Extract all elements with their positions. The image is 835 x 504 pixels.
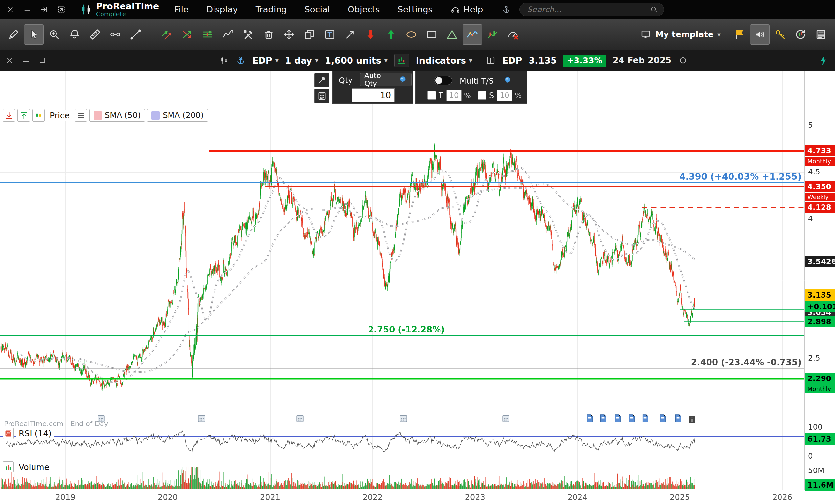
auto-qty-toggle[interactable]: Auto Qty bbox=[360, 73, 412, 86]
level-label-4390[interactable]: 4.390 (+40.03% +1.255) bbox=[679, 172, 801, 182]
volume-label[interactable]: Volume bbox=[16, 462, 52, 472]
trend-arrows-tool[interactable] bbox=[177, 24, 197, 45]
ruler-tool[interactable] bbox=[85, 24, 105, 45]
template-selector[interactable]: My template ▾ bbox=[640, 29, 721, 40]
stop-value-input[interactable]: 10 bbox=[497, 90, 512, 101]
anchor-icon[interactable] bbox=[502, 5, 511, 14]
popout-app-icon[interactable] bbox=[40, 5, 48, 14]
multi-ts-switch[interactable] bbox=[434, 76, 452, 85]
select-tool[interactable] bbox=[24, 24, 44, 45]
target-checkbox[interactable] bbox=[427, 91, 436, 100]
chart-style-icon[interactable] bbox=[220, 56, 229, 65]
search-box[interactable]: Search... bbox=[519, 3, 664, 16]
calendar-marker-icon[interactable] bbox=[399, 413, 408, 423]
doc-marker-icon[interactable] bbox=[613, 413, 623, 423]
zigzag-tool[interactable] bbox=[218, 24, 238, 45]
menu-objects[interactable]: Objects bbox=[348, 5, 380, 15]
price-axis-box[interactable]: +0.101 bbox=[805, 301, 835, 312]
record-circle-icon[interactable] bbox=[678, 56, 688, 65]
layout-app-icon[interactable] bbox=[57, 5, 66, 14]
link-anchor-icon[interactable] bbox=[236, 56, 246, 65]
menu-help[interactable]: Help bbox=[450, 5, 483, 15]
gauge-tool[interactable] bbox=[503, 24, 523, 45]
doc-marker-icon[interactable] bbox=[627, 413, 637, 423]
menu-trading[interactable]: Trading bbox=[256, 5, 287, 15]
rsi-label[interactable]: RSI (14) bbox=[16, 428, 54, 439]
order-calculator-button[interactable] bbox=[314, 89, 329, 103]
info-marker-icon[interactable] bbox=[687, 415, 697, 424]
move-tool[interactable] bbox=[279, 24, 299, 45]
price-axis-box[interactable]: 2.898 bbox=[805, 316, 835, 327]
menu-social[interactable]: Social bbox=[305, 5, 330, 15]
zoom-tool[interactable] bbox=[44, 24, 64, 45]
duplicate-tool[interactable] bbox=[300, 24, 319, 45]
price-axis-box[interactable]: 4.733 bbox=[805, 145, 835, 156]
indicator-preview-button[interactable] bbox=[394, 54, 409, 67]
volume-axis-box[interactable]: 11.6M bbox=[805, 479, 835, 490]
text-tool[interactable] bbox=[320, 24, 340, 45]
indicators-selector[interactable]: Indicators▾ bbox=[416, 56, 472, 66]
price-label[interactable]: Price bbox=[47, 110, 72, 121]
close-app-icon[interactable] bbox=[6, 5, 15, 14]
line-chart-tool[interactable] bbox=[463, 24, 482, 45]
help-bubble-icon[interactable] bbox=[399, 75, 407, 84]
minimize-app-icon[interactable] bbox=[23, 5, 32, 14]
draw-tool[interactable] bbox=[4, 24, 23, 45]
flag-tool[interactable] bbox=[730, 24, 749, 45]
segment-tool[interactable] bbox=[126, 24, 145, 45]
levels-tool[interactable] bbox=[198, 24, 218, 45]
maximize-chart-icon[interactable] bbox=[38, 56, 47, 65]
move-pane-up-button[interactable] bbox=[17, 109, 30, 122]
menu-settings[interactable]: Settings bbox=[398, 5, 433, 15]
move-pane-down-button[interactable] bbox=[3, 109, 15, 122]
info-icon[interactable] bbox=[486, 56, 496, 65]
minimize-chart-icon[interactable] bbox=[22, 56, 30, 65]
sound-tool[interactable] bbox=[750, 24, 770, 45]
menu-display[interactable]: Display bbox=[206, 5, 238, 15]
price-axis-box[interactable]: 4.128 bbox=[805, 202, 835, 213]
volume-style-button[interactable] bbox=[3, 461, 14, 472]
pattern-tool[interactable] bbox=[483, 24, 503, 45]
rectangle-tool[interactable] bbox=[422, 24, 442, 45]
price-style-button[interactable] bbox=[32, 109, 45, 122]
timeframe-selector[interactable]: 1 day▾ bbox=[285, 56, 319, 66]
target-value-input[interactable]: 10 bbox=[446, 90, 462, 101]
calculator-tool[interactable] bbox=[811, 24, 831, 45]
ellipse-tool[interactable] bbox=[402, 24, 421, 45]
doc-marker-icon[interactable] bbox=[598, 413, 608, 423]
calendar-marker-icon[interactable] bbox=[197, 413, 207, 423]
refresh-tool[interactable] bbox=[791, 24, 810, 45]
stop-checkbox[interactable] bbox=[478, 91, 487, 100]
doc-marker-icon[interactable] bbox=[585, 413, 594, 423]
symbol-selector[interactable]: EDP▾ bbox=[252, 56, 279, 66]
sell-marker-tool[interactable] bbox=[361, 24, 380, 45]
doc-marker-icon[interactable] bbox=[658, 413, 668, 423]
price-axis-box[interactable]: 4.350 bbox=[805, 181, 835, 192]
alert-tool[interactable] bbox=[65, 24, 84, 45]
sma50-label[interactable]: SMA (50) bbox=[89, 109, 145, 122]
price-axis-box[interactable]: 3.135 bbox=[805, 289, 835, 301]
order-settings-button[interactable] bbox=[314, 73, 329, 87]
triangle-tool[interactable] bbox=[442, 24, 462, 45]
price-axis-box[interactable]: 3.5426 bbox=[805, 256, 835, 267]
close-chart-icon[interactable] bbox=[5, 56, 14, 65]
menu-file[interactable]: File bbox=[174, 5, 188, 15]
rsi-axis-box[interactable]: 61.73 bbox=[805, 434, 835, 445]
channel-tool[interactable] bbox=[157, 24, 177, 45]
access-tool[interactable] bbox=[770, 24, 790, 45]
toolbox-tool[interactable] bbox=[239, 24, 258, 45]
calendar-marker-icon[interactable] bbox=[501, 413, 511, 423]
delete-tool[interactable] bbox=[259, 24, 279, 45]
link-tool[interactable] bbox=[105, 24, 125, 45]
calendar-marker-icon[interactable] bbox=[295, 413, 305, 423]
arrow-tool[interactable] bbox=[340, 24, 360, 45]
doc-marker-icon[interactable] bbox=[640, 413, 650, 423]
realtime-flash-icon[interactable] bbox=[818, 55, 830, 66]
help-bubble-icon[interactable] bbox=[504, 76, 512, 84]
level-label-2400[interactable]: 2.400 (-23.44% -0.735) bbox=[691, 358, 801, 367]
price-axis-box[interactable]: 2.290 bbox=[805, 373, 835, 384]
rsi-style-button[interactable] bbox=[3, 428, 14, 439]
qty-input[interactable]: 10 bbox=[352, 88, 394, 102]
price-settings-button[interactable] bbox=[75, 109, 87, 122]
level-label-2750[interactable]: 2.750 (-12.28%) bbox=[368, 325, 445, 335]
